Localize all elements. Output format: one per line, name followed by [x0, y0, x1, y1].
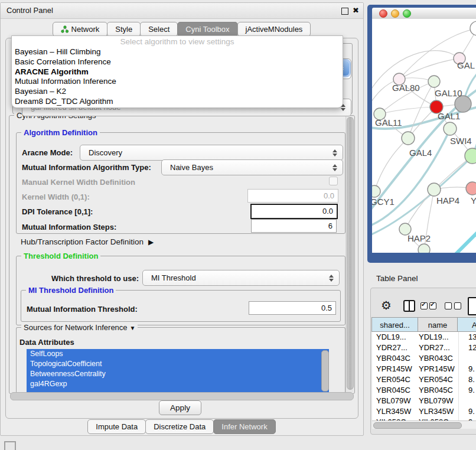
columns-icon[interactable]: [403, 300, 415, 312]
gear-icon[interactable]: ⚙: [381, 298, 392, 312]
tab-select[interactable]: Select: [140, 22, 178, 37]
list-scrollbar-thumb[interactable]: [321, 350, 329, 392]
network-edge[interactable]: [454, 228, 476, 253]
bottom-tab-bar: Impute DataDiscretize DataInfer Network: [1, 419, 363, 434]
document-icon[interactable]: [468, 297, 476, 315]
tab-discretize-data[interactable]: Discretize Data: [145, 419, 214, 434]
which-threshold-combo[interactable]: MI Threshold: [142, 270, 340, 286]
network-node[interactable]: [465, 148, 476, 164]
mi-steps-field[interactable]: 6: [251, 219, 337, 233]
table-row[interactable]: YPR145WYPR145W9.: [372, 364, 476, 374]
table-cell: YPR145W: [419, 364, 455, 374]
node-label-gal10: GAL10: [435, 88, 462, 98]
tab-label: Cyni Toolbox: [185, 22, 229, 36]
close-button[interactable]: [379, 9, 387, 18]
network-node[interactable]: [455, 96, 471, 112]
mi-type-value: Naive Bayes: [170, 160, 213, 175]
tab-infer-network[interactable]: Infer Network: [213, 419, 275, 434]
unchecked-checkbox-icon[interactable]: [454, 302, 461, 309]
attribute-item-betweennesscentrality[interactable]: BetweennessCentrality: [27, 369, 329, 379]
kernel-width-label: Kernel Width (0,1):: [22, 193, 90, 201]
network-node-gal10[interactable]: [428, 76, 440, 87]
attribute-item-topologicalcoefficient[interactable]: TopologicalCoefficient: [27, 359, 329, 369]
table-cell: YBR045C: [376, 385, 410, 396]
network-node[interactable]: [470, 21, 476, 35]
dropdown-item-mutual-information-inference[interactable]: Mutual Information Inference: [12, 77, 343, 87]
column-header-shared[interactable]: shared...: [371, 317, 418, 332]
unchecked-checkbox-icon[interactable]: [445, 302, 452, 309]
tab-label: Discretize Data: [154, 420, 206, 433]
table-cell: 9.: [468, 364, 475, 374]
table-row[interactable]: YBL079WYBL079W: [372, 396, 476, 406]
network-node-swi4[interactable]: [444, 122, 457, 135]
kernel-width-field[interactable]: 0.0: [247, 189, 338, 203]
checked-checkbox-icon[interactable]: [429, 302, 436, 309]
scrollbar-thumb[interactable]: [347, 117, 354, 390]
tab-label: Impute Data: [96, 420, 138, 433]
which-threshold-label: Which threshold to use:: [51, 274, 139, 283]
dpi-tolerance-value: 0.0: [322, 205, 333, 218]
scrollbar-thumb[interactable]: [373, 422, 462, 429]
dropdown-item-bayesian-k2[interactable]: Bayesian – K2: [12, 87, 343, 97]
table-row[interactable]: YDL19...YDL19...13: [372, 332, 476, 343]
attribute-item-gal4rgexp[interactable]: gal4RGexp: [27, 379, 329, 389]
aracne-mode-combo[interactable]: Discovery: [80, 145, 343, 161]
column-header-a[interactable]: A: [457, 317, 476, 332]
tab-style[interactable]: Style: [107, 22, 141, 37]
network-node-y[interactable]: [466, 182, 476, 195]
table-cell: YLR345W: [419, 406, 454, 417]
table-header-row: shared...nameA: [372, 317, 476, 332]
dropdown-item-dream8-dc-tdc-algorithm[interactable]: Dream8 DC_TDC Algorithm: [12, 97, 343, 107]
dpi-tolerance-field[interactable]: 0.0: [250, 204, 338, 219]
table-cell: YBR045C: [419, 385, 453, 396]
apply-button[interactable]: Apply: [159, 400, 201, 415]
network-edge[interactable]: [399, 58, 459, 79]
mi-type-combo[interactable]: Naive Bayes: [161, 159, 343, 175]
dropdown-prompt: Select algorithm to view settings: [12, 37, 343, 47]
dropdown-item-aracne-algorithm[interactable]: ARACNE Algorithm: [12, 67, 343, 77]
table-row[interactable]: YER054CYER054C8.: [372, 374, 476, 385]
network-node-gcy1[interactable]: [372, 185, 380, 197]
dropdown-item-basic-correlation-inference[interactable]: Basic Correlation Inference: [12, 57, 343, 67]
table-row[interactable]: YLR345WYLR345W9.: [372, 406, 476, 417]
checked-checkbox-icon[interactable]: [420, 302, 428, 309]
aracne-mode-value: Discovery: [89, 145, 122, 160]
network-node-gal4[interactable]: [402, 132, 415, 145]
mi-steps-value: 6: [328, 220, 332, 232]
network-window-titlebar[interactable]: [372, 8, 476, 19]
network-node[interactable]: [418, 244, 430, 253]
table-cell: YER054C: [376, 374, 410, 385]
table-row[interactable]: YDR27...YDR27...12: [372, 343, 476, 353]
tab-jactivemnodules[interactable]: jActiveMNodules: [237, 22, 311, 37]
table-body: YDL19...YDL19...13YDR27...YDR27...12YBR0…: [372, 332, 476, 420]
desktop: Control Panel ✖ NetworkStyleSelectCyni T…: [0, 0, 476, 450]
hub-definition-toggle[interactable]: Hub/Transcription Factor Definition▶: [21, 237, 154, 246]
network-view-canvas[interactable]: GALGAL80GAL10GAL1GAL11SWI4GAL4GCY1HAP4YH…: [372, 19, 476, 253]
data-attributes-label: Data Attributes: [19, 338, 74, 347]
column-header-name[interactable]: name: [418, 317, 458, 332]
mi-type-label: Mutual Information Algorithm Type:: [22, 163, 151, 172]
collapse-arrow-icon[interactable]: ▼: [130, 324, 136, 332]
network-edge[interactable]: [380, 107, 436, 114]
close-icon[interactable]: ✖: [353, 6, 359, 15]
expand-arrow-icon[interactable]: ▶: [148, 238, 154, 246]
tab-network[interactable]: Network: [53, 22, 108, 37]
tab-cyni-toolbox[interactable]: Cyni Toolbox: [177, 22, 237, 37]
data-attributes-list[interactable]: SelfLoopsTopologicalCoefficientBetweenne…: [27, 349, 329, 392]
tab-impute-data[interactable]: Impute Data: [87, 419, 146, 434]
settings-horizontal-scrollbar[interactable]: [10, 392, 354, 400]
minimize-button[interactable]: [391, 9, 399, 18]
table-row[interactable]: YBR045CYBR045C9.: [372, 385, 476, 396]
zoom-button[interactable]: [403, 9, 411, 18]
network-node-hap4[interactable]: [428, 183, 441, 196]
node-label-hap2: HAP2: [407, 233, 431, 243]
hub-definition-label: Hub/Transcription Factor Definition: [21, 237, 144, 246]
mi-threshold-field[interactable]: 0.5: [249, 301, 336, 315]
manual-kernel-checkbox[interactable]: [329, 177, 338, 185]
network-edge[interactable]: [399, 28, 476, 79]
dropdown-item-bayesian-hill-climbing[interactable]: Bayesian – Hill Climbing: [12, 47, 343, 57]
attribute-item-selfloops[interactable]: SelfLoops: [27, 349, 329, 359]
collapsed-panel-icon[interactable]: [4, 441, 16, 450]
table-row[interactable]: YBR043CYBR043C: [372, 353, 476, 364]
float-window-icon[interactable]: [341, 8, 348, 15]
